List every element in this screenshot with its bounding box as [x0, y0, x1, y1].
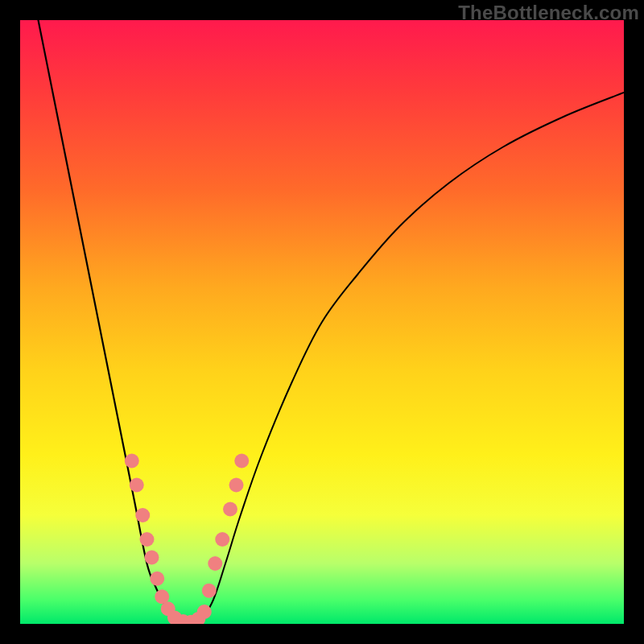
data-dot	[234, 454, 249, 469]
data-dot	[197, 605, 212, 619]
data-dot	[150, 572, 164, 586]
data-dot	[167, 611, 182, 625]
data-dot	[135, 508, 150, 522]
watermark-text: TheBottleneck.com	[458, 2, 639, 24]
data-dot	[208, 556, 222, 571]
data-dot	[229, 478, 244, 493]
data-dot	[176, 614, 191, 624]
left-branch-curve	[39, 20, 184, 621]
chart-frame: TheBottleneck.com	[0, 0, 644, 644]
right-branch-curve	[201, 93, 624, 621]
data-dot	[161, 601, 175, 616]
plot-area	[20, 20, 624, 624]
data-dot	[125, 454, 139, 469]
data-dot	[215, 532, 229, 547]
data-dot	[184, 615, 198, 624]
data-dot	[145, 551, 159, 565]
data-dot	[140, 532, 155, 547]
data-dot	[130, 478, 144, 493]
data-dot	[191, 612, 205, 624]
chart-svg	[20, 20, 624, 624]
data-dot	[223, 502, 237, 517]
data-dot	[155, 589, 169, 604]
data-dot	[202, 584, 217, 598]
data-dots-group	[125, 454, 250, 625]
